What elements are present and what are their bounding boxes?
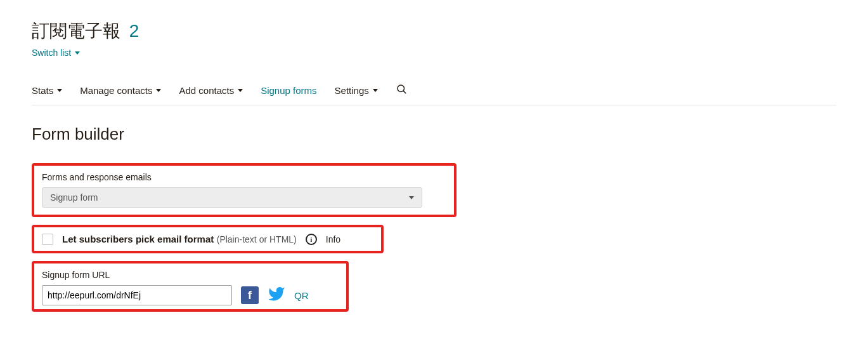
nav-stats-label: Stats xyxy=(32,85,53,96)
nav-settings-label: Settings xyxy=(335,85,369,96)
chevron-down-icon xyxy=(373,89,378,92)
forms-section-highlight: Forms and response emails Signup form xyxy=(32,163,457,217)
form-type-selected: Signup form xyxy=(50,192,98,203)
nav-settings[interactable]: Settings xyxy=(335,85,378,96)
email-format-sublabel: (Plain-text or HTML) xyxy=(217,234,297,244)
nav-signup-forms[interactable]: Signup forms xyxy=(261,85,316,96)
contact-count: 2 xyxy=(129,21,139,41)
main-nav: Stats Manage contacts Add contacts Signu… xyxy=(32,83,836,105)
switch-list-label: Switch list xyxy=(32,48,71,58)
nav-add-contacts[interactable]: Add contacts xyxy=(179,85,243,96)
forms-section-label: Forms and response emails xyxy=(42,172,446,182)
page-header-title: 訂閱電子報 2 xyxy=(32,19,836,43)
page-title: Form builder xyxy=(32,124,836,144)
signup-url-label: Signup form URL xyxy=(42,270,339,280)
list-name: 訂閱電子報 xyxy=(32,21,120,41)
nav-add-contacts-label: Add contacts xyxy=(179,85,234,96)
email-format-checkbox[interactable] xyxy=(42,234,53,245)
nav-signup-forms-label: Signup forms xyxy=(261,85,316,96)
svg-line-1 xyxy=(403,91,405,93)
search-icon[interactable] xyxy=(396,83,407,97)
qr-link[interactable]: QR xyxy=(294,290,309,301)
form-type-select[interactable]: Signup form xyxy=(42,187,422,208)
email-format-option-highlight: Let subscribers pick email format (Plain… xyxy=(32,225,384,253)
chevron-down-icon xyxy=(156,89,161,92)
nav-manage-contacts-label: Manage contacts xyxy=(80,85,152,96)
email-format-label: Let subscribers pick email format xyxy=(62,234,214,244)
nav-manage-contacts[interactable]: Manage contacts xyxy=(80,85,161,96)
switch-list-link[interactable]: Switch list xyxy=(32,48,80,58)
twitter-icon[interactable] xyxy=(268,285,285,305)
chevron-down-icon xyxy=(238,89,243,92)
info-text: Info xyxy=(326,234,340,244)
chevron-down-icon xyxy=(57,89,62,92)
signup-url-input[interactable] xyxy=(42,285,232,305)
info-icon[interactable]: i xyxy=(306,234,317,245)
chevron-down-icon xyxy=(75,51,80,55)
chevron-down-icon xyxy=(409,196,414,199)
nav-stats[interactable]: Stats xyxy=(32,85,62,96)
signup-url-highlight: Signup form URL f QR xyxy=(32,261,349,312)
facebook-icon[interactable]: f xyxy=(241,286,259,304)
